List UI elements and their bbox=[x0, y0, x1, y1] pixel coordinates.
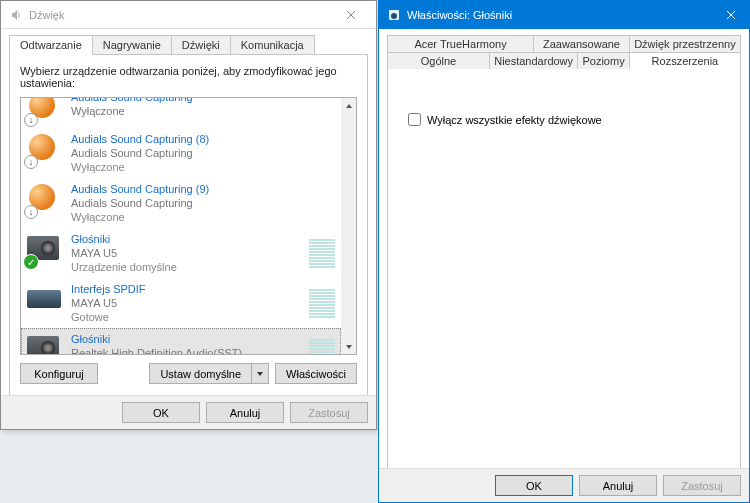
device-sub: Audials Sound Capturing bbox=[71, 146, 335, 160]
device-icon: ↓ bbox=[27, 132, 61, 166]
tab-custom[interactable]: Niestandardowy bbox=[489, 53, 577, 70]
device-row[interactable]: ↓Audials Sound Capturing (9)Audials Soun… bbox=[21, 178, 341, 228]
close-button[interactable] bbox=[713, 1, 749, 29]
device-name: Głośniki bbox=[71, 232, 297, 246]
device-sub: MAYA U5 bbox=[71, 246, 297, 260]
device-row[interactable]: ✆GłośnikiRealtek High Definition Audio(S… bbox=[21, 328, 341, 354]
tab-spatial[interactable]: Dźwięk przestrzenny bbox=[629, 36, 740, 53]
device-listbox[interactable]: ↓Audials Sound CapturingWyłączone↓Audial… bbox=[20, 97, 357, 355]
scroll-up-icon[interactable] bbox=[341, 98, 356, 113]
scrollbar-vertical[interactable] bbox=[341, 98, 356, 354]
level-meter bbox=[307, 232, 335, 274]
device-status: Wyłączone bbox=[71, 160, 335, 174]
tab-recording[interactable]: Nagrywanie bbox=[92, 35, 172, 54]
device-icon: ✓ bbox=[27, 232, 61, 266]
device-row[interactable]: ✓GłośnikiMAYA U5Urządzenie domyślne bbox=[21, 228, 341, 278]
device-row[interactable]: ↓Audials Sound CapturingWyłączone bbox=[21, 98, 341, 128]
set-default-splitbutton[interactable]: Ustaw domyślne bbox=[149, 363, 269, 384]
scroll-down-icon[interactable] bbox=[341, 339, 356, 354]
sound-footer: OK Anuluj Zastosuj bbox=[1, 395, 376, 429]
properties-tabstrip: Acer TrueHarmony Zaawansowane Dźwięk prz… bbox=[387, 35, 741, 70]
playback-panel: Wybierz urządzenie odtwarzania poniżej, … bbox=[9, 54, 368, 410]
device-row[interactable]: ↓Audials Sound Capturing (8)Audials Soun… bbox=[21, 128, 341, 178]
sound-dialog: Dźwięk Odtwarzanie Nagrywanie Dźwięki Ko… bbox=[0, 0, 377, 430]
cancel-button[interactable]: Anuluj bbox=[206, 402, 284, 423]
apply-button[interactable]: Zastosuj bbox=[663, 475, 741, 496]
set-default-button[interactable]: Ustaw domyślne bbox=[149, 363, 251, 384]
device-texts: Audials Sound CapturingWyłączone bbox=[71, 98, 335, 124]
properties-title-text: Właściwości: Głośniki bbox=[407, 9, 512, 21]
device-sub: Realtek High Definition Audio(SST) bbox=[71, 346, 297, 354]
tab-enhancements[interactable]: Rozszerzenia bbox=[629, 53, 740, 70]
tab-playback[interactable]: Odtwarzanie bbox=[9, 35, 93, 55]
device-status: Wyłączone bbox=[71, 210, 335, 224]
device-texts: Audials Sound Capturing (9)Audials Sound… bbox=[71, 182, 335, 224]
device-status: Gotowe bbox=[71, 310, 297, 324]
device-sub: Wyłączone bbox=[71, 104, 335, 118]
tab-levels[interactable]: Poziomy bbox=[578, 53, 629, 70]
device-buttons-row: Konfiguruj Ustaw domyślne Właściwości bbox=[20, 363, 357, 384]
disable-effects-label: Wyłącz wszystkie efekty dźwiękowe bbox=[427, 114, 602, 126]
device-texts: Audials Sound Capturing (8)Audials Sound… bbox=[71, 132, 335, 174]
cancel-button[interactable]: Anuluj bbox=[579, 475, 657, 496]
properties-dialog: Właściwości: Głośniki Acer TrueHarmony Z… bbox=[378, 0, 750, 503]
tab-advanced[interactable]: Zaawansowane bbox=[534, 36, 630, 53]
instruction-text: Wybierz urządzenie odtwarzania poniżej, … bbox=[20, 65, 357, 89]
enhancements-panel: Wyłącz wszystkie efekty dźwiękowe bbox=[387, 69, 741, 469]
sound-title-text: Dźwięk bbox=[29, 9, 64, 21]
level-meter bbox=[307, 332, 335, 354]
level-meter bbox=[307, 282, 335, 324]
disable-effects-row[interactable]: Wyłącz wszystkie efekty dźwiękowe bbox=[408, 113, 720, 126]
tab-trueharmony[interactable]: Acer TrueHarmony bbox=[388, 36, 534, 53]
sound-icon bbox=[9, 8, 23, 22]
device-texts: Interfejs SPDIFMAYA U5Gotowe bbox=[71, 282, 297, 324]
properties-body: Acer TrueHarmony Zaawansowane Dźwięk prz… bbox=[379, 29, 749, 468]
device-status: Urządzenie domyślne bbox=[71, 260, 297, 274]
properties-button[interactable]: Właściwości bbox=[275, 363, 357, 384]
tab-communication[interactable]: Komunikacja bbox=[230, 35, 315, 54]
close-button[interactable] bbox=[334, 4, 368, 26]
device-icon bbox=[27, 282, 61, 316]
device-icon: ✆ bbox=[27, 332, 61, 354]
ok-button[interactable]: OK bbox=[122, 402, 200, 423]
chevron-down-icon[interactable] bbox=[251, 363, 269, 384]
device-texts: GłośnikiRealtek High Definition Audio(SS… bbox=[71, 332, 297, 354]
tab-general[interactable]: Ogólne bbox=[388, 53, 490, 70]
apply-button[interactable]: Zastosuj bbox=[290, 402, 368, 423]
ok-button[interactable]: OK bbox=[495, 475, 573, 496]
sound-titlebar[interactable]: Dźwięk bbox=[1, 1, 376, 29]
svg-point-1 bbox=[391, 13, 397, 19]
device-sub: MAYA U5 bbox=[71, 296, 297, 310]
disable-effects-checkbox[interactable] bbox=[408, 113, 421, 126]
speaker-icon bbox=[387, 8, 401, 22]
device-name: Audials Sound Capturing (8) bbox=[71, 132, 335, 146]
sound-tabstrip: Odtwarzanie Nagrywanie Dźwięki Komunikac… bbox=[1, 29, 376, 54]
device-sub: Audials Sound Capturing bbox=[71, 196, 335, 210]
properties-titlebar[interactable]: Właściwości: Głośniki bbox=[379, 1, 749, 29]
tab-sounds[interactable]: Dźwięki bbox=[171, 35, 231, 54]
configure-button[interactable]: Konfiguruj bbox=[20, 363, 98, 384]
device-icon: ↓ bbox=[27, 182, 61, 216]
device-name: Głośniki bbox=[71, 332, 297, 346]
device-name: Audials Sound Capturing (9) bbox=[71, 182, 335, 196]
device-name: Interfejs SPDIF bbox=[71, 282, 297, 296]
device-icon: ↓ bbox=[27, 98, 61, 124]
device-texts: GłośnikiMAYA U5Urządzenie domyślne bbox=[71, 232, 297, 274]
device-row[interactable]: Interfejs SPDIFMAYA U5Gotowe bbox=[21, 278, 341, 328]
properties-footer: OK Anuluj Zastosuj bbox=[379, 468, 749, 502]
